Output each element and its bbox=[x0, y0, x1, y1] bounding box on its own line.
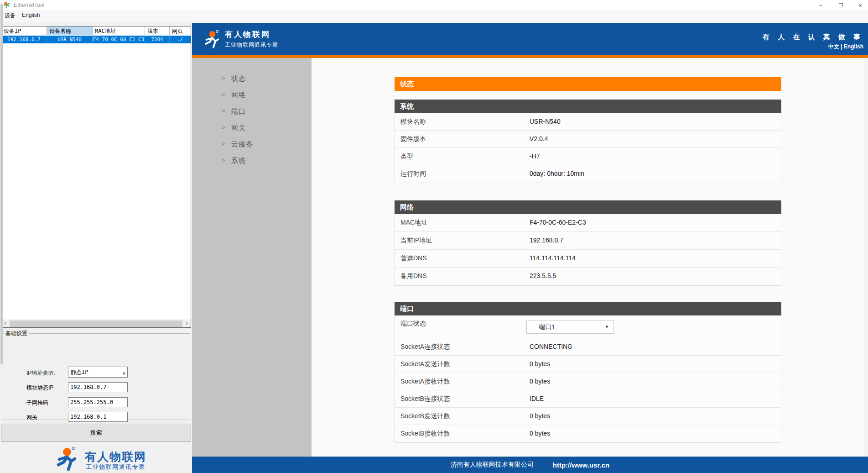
port-select-value: 端口1 bbox=[539, 323, 555, 331]
column-header-mac[interactable]: MAC地址 bbox=[93, 26, 145, 35]
subnet-mask-label: 子网掩码 bbox=[26, 399, 48, 407]
static-ip-input[interactable] bbox=[68, 382, 128, 392]
row-label: SocketB发送计数 bbox=[400, 412, 450, 420]
row-value: 114.114.114.114 bbox=[530, 254, 576, 262]
chevron-right-icon: > bbox=[221, 90, 225, 98]
web-brand-tagline: 工业物联网通讯专家 bbox=[225, 41, 278, 49]
chevron-right-icon: > bbox=[221, 140, 225, 147]
sidebar-item-status[interactable]: > 状态 bbox=[192, 72, 312, 86]
section-table-system: 模块名称 USR-N540 固件版本 V2.0.4 类型 -H7 运行时间 0d… bbox=[395, 113, 781, 183]
select-arrow-icon: ▼ bbox=[605, 321, 609, 333]
chevron-right-icon: > bbox=[221, 74, 225, 82]
minimize-icon: – bbox=[819, 2, 822, 9]
row-label: SocketB连接状态 bbox=[400, 395, 450, 403]
sidebar-item-label: 端口 bbox=[231, 107, 246, 116]
row-value: F4-70-0C-60-E2-C3 bbox=[530, 219, 586, 226]
menu-item-english[interactable]: English bbox=[22, 12, 40, 18]
usr-logo-tagline: 工业物联网通讯专家 bbox=[86, 463, 146, 471]
row-value: 0day: 0hour: 10min bbox=[530, 170, 584, 177]
gateway-label: 网关 bbox=[26, 414, 37, 421]
row-value: USR-N540 bbox=[530, 118, 561, 125]
subnet-mask-input[interactable] bbox=[68, 397, 128, 407]
sidebar-item-cloud[interactable]: > 云服务 bbox=[192, 138, 312, 152]
device-name-cell: USR-N540 bbox=[47, 36, 93, 43]
column-header-webpage[interactable]: 网页 bbox=[170, 26, 190, 35]
row-value: CONNECTING bbox=[530, 343, 572, 350]
row-value: 0 bytes bbox=[530, 360, 550, 368]
minimize-button[interactable]: – bbox=[813, 0, 828, 10]
usr-logo-icon bbox=[55, 447, 81, 472]
row-label: SocketB接收计数 bbox=[400, 430, 450, 438]
static-ip-label: 模块静态IP bbox=[26, 384, 53, 392]
row-label: SocketA接收计数 bbox=[400, 378, 450, 386]
row-value: V2.0.4 bbox=[530, 135, 548, 142]
table-row: SocketA接收计数 0 bytes bbox=[395, 373, 781, 390]
gateway-input[interactable] bbox=[68, 412, 128, 422]
section-header-port: 端口 bbox=[395, 302, 781, 315]
section-table-network: MAC地址 F4-70-0C-60-E2-C3 当前IP地址 192.168.0… bbox=[395, 214, 781, 286]
menu-item-device[interactable]: 设备 bbox=[5, 12, 16, 20]
sidebar-item-label: 云服务 bbox=[231, 140, 253, 149]
table-row: SocketB发送计数 0 bytes bbox=[395, 408, 781, 425]
scrollbar-thumb[interactable] bbox=[10, 321, 182, 327]
column-header-version[interactable]: 版本 bbox=[145, 26, 170, 35]
horizontal-scrollbar[interactable]: ‹ › bbox=[1, 320, 191, 327]
window-title: EthernetTool bbox=[14, 2, 44, 8]
usr-logo-name: 有人物联网 bbox=[85, 449, 146, 464]
row-label: 端口状态 bbox=[400, 320, 426, 328]
row-label: 首选DNS bbox=[400, 254, 427, 263]
chevron-right-icon: > bbox=[221, 123, 225, 131]
table-row: MAC地址 F4-70-0C-60-E2-C3 bbox=[395, 214, 781, 232]
web-content: 状态 系统 模块名称 USR-N540 固件版本 V2.0.4 类型 -H7 运… bbox=[312, 58, 864, 457]
ip-type-select[interactable]: 静态IP ∨ bbox=[68, 367, 128, 378]
row-value: 223.5.5.5 bbox=[530, 272, 556, 279]
restore-icon bbox=[839, 3, 843, 7]
menu-bar bbox=[0, 10, 868, 22]
app-icon bbox=[3, 1, 10, 8]
chevron-right-icon: > bbox=[221, 156, 225, 164]
vertical-scrollbar-thumb[interactable] bbox=[0, 4, 3, 364]
page-title-banner: 状态 bbox=[395, 77, 781, 91]
web-logo-icon bbox=[203, 30, 223, 50]
port-select[interactable]: 端口1 ▼ bbox=[526, 320, 614, 334]
column-header-device-name[interactable]: 设备名称 bbox=[47, 26, 93, 35]
vertical-scrollbar[interactable] bbox=[864, 58, 868, 457]
row-label: 类型 bbox=[400, 152, 413, 161]
footer-url-link[interactable]: http://www.usr.cn bbox=[553, 461, 609, 469]
section-table-port: SocketA连接状态 CONNECTING SocketA发送计数 0 byt… bbox=[395, 338, 781, 443]
title-bar: EthernetTool – × bbox=[0, 0, 868, 10]
table-row: 首选DNS 114.114.114.114 bbox=[395, 250, 781, 268]
device-mac-cell: F4 70 0C 60 E2 C3 bbox=[93, 36, 145, 43]
table-row: 备用DNS 223.5.5.5 bbox=[395, 268, 781, 285]
sidebar-item-label: 网关 bbox=[231, 124, 246, 132]
scroll-right-arrow-icon[interactable]: › bbox=[183, 320, 191, 327]
close-icon: × bbox=[858, 1, 863, 9]
table-row: 类型 -H7 bbox=[395, 148, 781, 165]
sidebar-item-port[interactable]: > 端口 bbox=[192, 105, 312, 119]
sidebar-item-gateway[interactable]: > 网关 bbox=[192, 121, 312, 135]
section-header-network: 网络 bbox=[395, 200, 781, 214]
chevron-right-icon: > bbox=[221, 107, 225, 115]
port-status-row: 端口状态 端口1 ▼ bbox=[395, 315, 781, 339]
row-value: 0 bytes bbox=[530, 412, 550, 420]
sidebar-item-system[interactable]: > 系统 bbox=[192, 154, 312, 168]
left-tool-panel: 设备IP 设备名称 MAC地址 版本 网页 192.168.0.7 USR-N5… bbox=[0, 22, 192, 473]
sidebar-item-label: 网络 bbox=[231, 91, 246, 100]
table-row: SocketB连接状态 IDLE bbox=[395, 390, 781, 408]
ip-type-label: IP地址类型: bbox=[26, 369, 55, 377]
column-header-device-ip[interactable]: 设备IP bbox=[1, 26, 47, 35]
language-switch[interactable]: 中文 | English bbox=[828, 43, 863, 51]
row-label: 备用DNS bbox=[400, 272, 427, 280]
table-row: 端口状态 端口1 ▼ bbox=[395, 315, 781, 338]
sidebar-item-network[interactable]: > 网络 bbox=[192, 89, 312, 102]
close-button[interactable]: × bbox=[852, 0, 868, 10]
device-webpage-link[interactable]: ./ bbox=[170, 36, 190, 43]
section-header-system: 系统 bbox=[395, 100, 781, 113]
web-header: 有人物联网 工业物联网通讯专家 有 人 在 认 真 做 事 中文 | Engli… bbox=[192, 23, 868, 55]
search-button[interactable]: 搜索 bbox=[1, 424, 191, 442]
combo-arrow-icon: ∨ bbox=[122, 368, 125, 378]
table-row: SocketB接收计数 0 bytes bbox=[395, 425, 781, 442]
web-sidebar: > 状态 > 网络 > 端口 > 网关 > 云服务 > 系统 bbox=[192, 58, 312, 457]
device-row-selected[interactable]: 192.168.0.7 USR-N540 F4 70 0C 60 E2 C3 7… bbox=[1, 36, 191, 43]
restore-button[interactable] bbox=[833, 0, 848, 10]
